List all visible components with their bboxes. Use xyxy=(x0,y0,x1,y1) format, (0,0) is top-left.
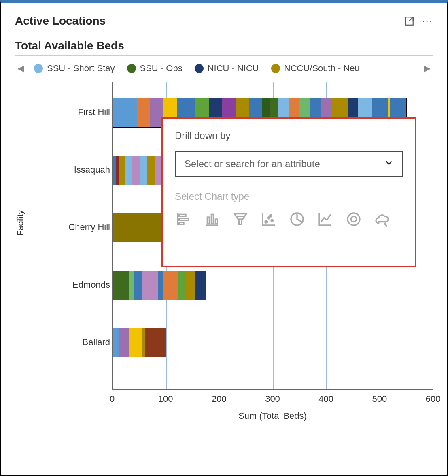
legend-swatch xyxy=(271,64,280,73)
svg-rect-2 xyxy=(179,218,188,220)
x-tick-label: 500 xyxy=(372,394,387,404)
y-axis-label: Facility xyxy=(16,210,25,235)
bar-vertical-icon[interactable] xyxy=(203,210,221,228)
bar-segment[interactable] xyxy=(142,328,145,357)
bar-segment[interactable] xyxy=(195,271,206,300)
expand-icon[interactable] xyxy=(404,16,414,26)
bar-segment[interactable] xyxy=(134,271,142,300)
widget-actions: ··· xyxy=(404,15,433,28)
funnel-icon[interactable] xyxy=(231,210,249,228)
bar-segment[interactable] xyxy=(116,156,119,185)
svg-point-10 xyxy=(270,215,272,217)
chart-type-row xyxy=(175,210,403,228)
legend-item[interactable]: NICU - NICU xyxy=(195,63,259,74)
category-label: Issaquah xyxy=(41,164,110,175)
bar-segment[interactable] xyxy=(140,156,147,185)
bar-segment[interactable] xyxy=(113,156,116,185)
attribute-select[interactable]: Select or search for an attribute xyxy=(175,151,403,177)
bar-row[interactable] xyxy=(113,271,206,300)
donut-icon[interactable] xyxy=(345,210,363,228)
bar-segment[interactable] xyxy=(113,98,137,127)
x-tick-label: 200 xyxy=(212,394,227,404)
bar-segment[interactable] xyxy=(129,328,142,357)
svg-rect-6 xyxy=(215,219,217,224)
legend-label: SSU - Short Stay xyxy=(47,63,115,74)
bar-segment[interactable] xyxy=(147,156,154,185)
scatter-icon[interactable] xyxy=(260,210,278,228)
svg-point-9 xyxy=(271,220,273,222)
x-tick-label: 600 xyxy=(426,394,441,404)
plot-area[interactable]: Drill down by Select or search for an at… xyxy=(112,82,433,390)
bar-segment[interactable] xyxy=(142,271,158,300)
bar-horizontal-icon[interactable] xyxy=(175,210,193,228)
drill-down-popover: Drill down by Select or search for an at… xyxy=(161,117,416,267)
legend-item[interactable]: SSU - Short Stay xyxy=(34,63,115,74)
legend-swatch xyxy=(127,64,136,73)
svg-rect-1 xyxy=(179,214,186,216)
legend-swatch xyxy=(195,64,204,73)
legend: ◀ SSU - Short StaySSU - ObsNICU - NICUNC… xyxy=(15,56,433,78)
category-label: Cherry Hill xyxy=(41,222,110,233)
bar-segment[interactable] xyxy=(163,271,179,300)
legend-label: SSU - Obs xyxy=(140,63,183,74)
more-icon[interactable]: ··· xyxy=(422,15,433,28)
bar-segment[interactable] xyxy=(129,271,134,300)
popover-title: Drill down by xyxy=(175,130,403,141)
legend-scroll-left[interactable]: ◀ xyxy=(15,63,27,74)
bar-segment[interactable] xyxy=(158,271,163,300)
gridline xyxy=(433,82,433,389)
chart-type-label: Select Chart type xyxy=(175,191,403,202)
legend-scroll-right[interactable]: ▶ xyxy=(421,63,433,74)
attribute-select-placeholder: Select or search for an attribute xyxy=(185,158,320,170)
x-tick-label: 300 xyxy=(265,394,280,404)
category-label: Edmonds xyxy=(41,280,110,290)
bar-segment[interactable] xyxy=(137,98,150,127)
widget-title: Active Locations xyxy=(15,15,106,28)
x-axis-label: Sum (Total Beds) xyxy=(112,411,433,421)
chart-area: Facility Drill down by Select or search … xyxy=(39,82,433,414)
bar-segment[interactable] xyxy=(119,156,125,185)
svg-point-12 xyxy=(348,213,360,225)
legend-label: NICU - NICU xyxy=(208,63,259,74)
category-label: Ballard xyxy=(41,337,110,348)
x-tick-label: 100 xyxy=(158,394,173,404)
legend-item[interactable]: NCCU/South - Neu xyxy=(271,63,360,74)
legend-label: NCCU/South - Neu xyxy=(284,63,360,74)
bar-segment[interactable] xyxy=(178,271,186,300)
svg-rect-5 xyxy=(211,214,213,224)
category-label: First Hill xyxy=(41,107,110,117)
svg-rect-3 xyxy=(179,222,184,224)
bar-segment[interactable] xyxy=(132,156,139,185)
x-tick-label: 400 xyxy=(318,394,333,404)
bar-segment[interactable] xyxy=(155,156,162,185)
widget-frame: Active Locations ··· Total Available Bed… xyxy=(0,0,448,476)
bar-segment[interactable] xyxy=(113,328,119,357)
svg-point-8 xyxy=(268,217,270,219)
chart-title: Total Available Beds xyxy=(15,32,433,56)
legend-item[interactable]: SSU - Obs xyxy=(127,63,183,74)
bar-segment[interactable] xyxy=(145,328,166,357)
bar-row[interactable] xyxy=(113,328,166,357)
bar-segment[interactable] xyxy=(113,271,129,300)
x-axis-ticks: 0100200300400500600 xyxy=(112,394,433,406)
chevron-down-icon xyxy=(384,158,393,170)
x-tick-label: 0 xyxy=(110,394,115,404)
legend-swatch xyxy=(34,64,43,73)
bar-segment[interactable] xyxy=(186,271,196,300)
widget-header: Active Locations ··· xyxy=(15,15,433,32)
svg-point-13 xyxy=(351,216,356,222)
svg-rect-4 xyxy=(207,217,209,224)
bar-segment[interactable] xyxy=(125,156,132,185)
line-icon[interactable] xyxy=(316,210,334,228)
svg-point-7 xyxy=(265,221,267,223)
bar-segment[interactable] xyxy=(119,328,129,357)
word-cloud-icon[interactable] xyxy=(373,210,391,228)
pie-icon[interactable] xyxy=(288,210,306,228)
